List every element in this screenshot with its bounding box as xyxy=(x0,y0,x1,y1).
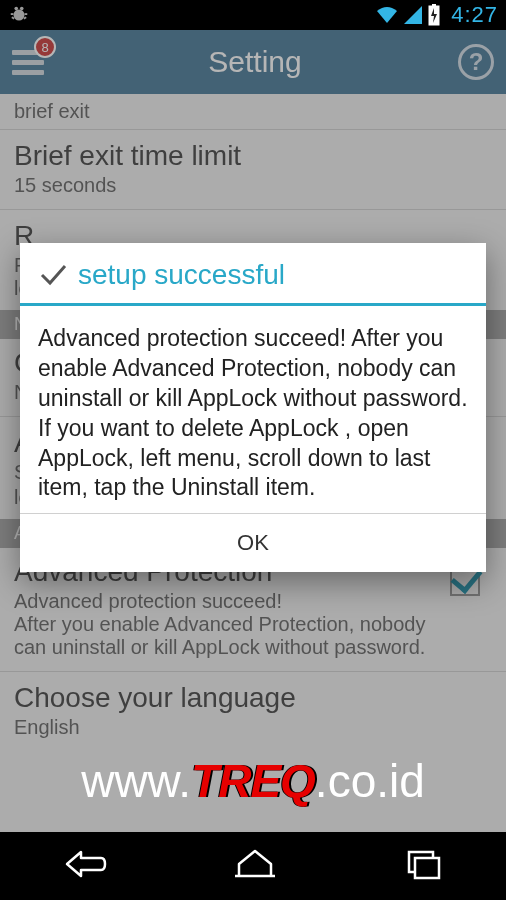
recent-apps-button[interactable] xyxy=(401,846,445,886)
watermark: www.TREQ.co.id xyxy=(0,754,506,808)
watermark-pre: www. xyxy=(81,755,191,807)
svg-rect-3 xyxy=(11,13,14,15)
ok-button[interactable]: OK xyxy=(20,514,486,572)
back-button[interactable] xyxy=(61,846,109,886)
dialog-header: setup successful xyxy=(20,243,486,303)
status-icons: 4:27 xyxy=(375,2,498,28)
battery-charging-icon xyxy=(427,4,441,26)
watermark-brand: TREQ xyxy=(191,755,315,807)
svg-rect-4 xyxy=(25,13,28,15)
android-debug-icon xyxy=(8,5,30,25)
check-icon xyxy=(38,260,68,290)
watermark-post: .co.id xyxy=(315,755,425,807)
wifi-icon xyxy=(375,5,399,25)
dialog-message: Advanced protection succeed! After you e… xyxy=(20,306,486,513)
svg-rect-11 xyxy=(415,858,439,878)
svg-point-1 xyxy=(14,7,18,11)
dialog-title: setup successful xyxy=(78,259,285,291)
svg-point-2 xyxy=(20,7,24,11)
android-status-bar: 4:27 xyxy=(0,0,506,30)
dialog-setup-successful: setup successful Advanced protection suc… xyxy=(20,243,486,572)
signal-icon xyxy=(403,5,423,25)
status-time: 4:27 xyxy=(451,2,498,28)
svg-point-0 xyxy=(14,10,25,21)
svg-rect-8 xyxy=(432,4,436,7)
status-left xyxy=(8,5,30,25)
android-nav-bar xyxy=(0,832,506,900)
home-button[interactable] xyxy=(231,846,279,886)
